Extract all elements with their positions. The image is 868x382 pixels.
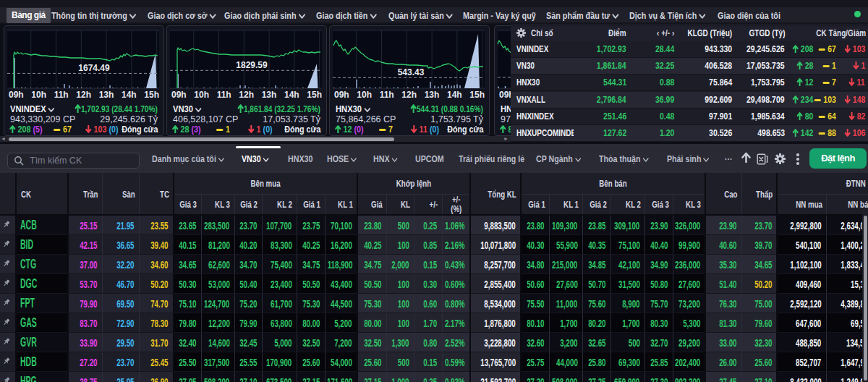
svg-text:1674.49: 1674.49 [78, 63, 110, 73]
svg-text:543.43: 543.43 [398, 67, 425, 77]
svg-text:1829.59: 1829.59 [236, 60, 268, 70]
